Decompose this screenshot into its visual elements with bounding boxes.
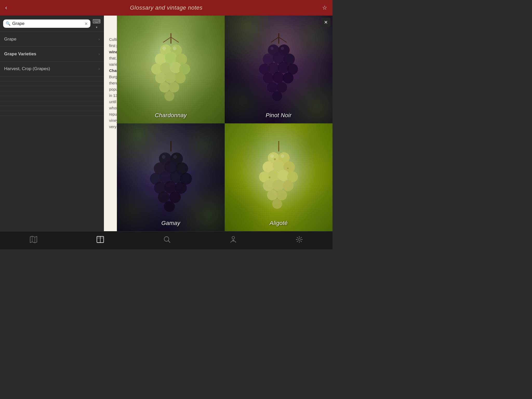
back-button[interactable]: ‹ <box>5 4 7 11</box>
svg-point-12 <box>155 72 166 83</box>
grape-image-aligote <box>225 123 332 231</box>
search-bar: 🔍 ✕ ⌨ ▾ <box>0 16 104 32</box>
grape-image-chardonnay <box>117 16 225 123</box>
chevron-right-icon: › <box>98 66 100 71</box>
svg-point-36 <box>277 82 287 92</box>
page-title: Glossary and vintage notes <box>130 4 203 11</box>
chevron-down-icon: ▾ <box>96 25 97 29</box>
grape-cell-chardonnay[interactable]: Chardonnay <box>117 16 225 123</box>
search-icon: 🔍 <box>6 21 11 26</box>
divider <box>0 106 104 106</box>
svg-line-2 <box>171 37 179 42</box>
search-clear-button[interactable]: ✕ <box>84 21 88 26</box>
divider <box>0 116 104 116</box>
grape-image-panel: ✕ <box>117 16 332 231</box>
app-header: ‹ Glossary and vintage notes ☆ <box>0 0 332 16</box>
divider <box>0 111 104 111</box>
divider <box>0 91 104 91</box>
grape-image-gamay <box>117 123 225 231</box>
svg-point-37 <box>272 91 282 101</box>
grape-label-chardonnay: Chardonnay <box>117 112 225 119</box>
svg-point-33 <box>272 72 284 83</box>
svg-point-19 <box>173 46 176 50</box>
svg-point-57 <box>173 155 177 159</box>
nav-search[interactable] <box>158 234 176 247</box>
svg-point-83 <box>164 237 169 241</box>
search-result-grape[interactable]: Grape › <box>0 32 104 47</box>
svg-point-76 <box>269 176 270 178</box>
search-result-label: Grape Varieties <box>4 51 36 57</box>
svg-point-55 <box>164 201 175 212</box>
search-result-label: Harvest, Crop (Grapes) <box>4 66 50 71</box>
svg-point-69 <box>272 179 284 191</box>
svg-point-17 <box>164 91 174 101</box>
svg-point-85 <box>232 236 235 239</box>
svg-point-16 <box>169 82 179 92</box>
nav-book[interactable] <box>91 234 109 247</box>
sidebar: 🔍 ✕ ⌨ ▾ Grape › Grape Varieties › Harves… <box>0 16 104 231</box>
search-result-label: Grape <box>4 37 16 42</box>
svg-line-21 <box>271 37 279 42</box>
search-result-grape-varieties[interactable]: Grape Varieties › <box>0 47 104 62</box>
footer-navigation <box>0 231 332 249</box>
main-container: 🔍 ✕ ⌨ ▾ Grape › Grape Varieties › Harves… <box>0 16 332 231</box>
keyboard-icon: ⌨ <box>92 18 101 25</box>
svg-line-1 <box>163 37 171 42</box>
svg-point-70 <box>283 180 294 191</box>
grape-label-gamay: Gamay <box>117 220 225 227</box>
nav-person[interactable] <box>225 234 242 247</box>
grape-label-aligote: Aligoté <box>225 220 332 227</box>
nav-settings[interactable] <box>290 234 308 247</box>
svg-point-32 <box>263 72 274 83</box>
nav-map[interactable] <box>24 234 43 247</box>
svg-point-75 <box>287 168 289 169</box>
divider <box>0 81 104 81</box>
svg-line-22 <box>279 37 287 42</box>
chevron-right-icon: › <box>98 37 100 42</box>
search-input-wrapper[interactable]: 🔍 ✕ <box>3 19 90 28</box>
search-result-harvest[interactable]: Harvest, Crop (Grapes) › <box>0 62 104 76</box>
svg-point-54 <box>169 191 181 203</box>
svg-point-72 <box>277 190 287 200</box>
svg-point-53 <box>158 191 169 203</box>
grape-label-pinot-noir: Pinot Noir <box>225 112 332 119</box>
settings-icon <box>296 236 303 245</box>
svg-point-71 <box>267 190 277 200</box>
svg-point-88 <box>298 238 300 241</box>
content-area: Cultivated for thousands of years, grape… <box>104 16 332 231</box>
book-icon <box>96 236 104 245</box>
search-input[interactable] <box>12 21 83 26</box>
svg-point-68 <box>263 180 274 191</box>
svg-line-84 <box>168 241 170 243</box>
search-results-list: Grape › Grape Varieties › Harvest, Crop … <box>0 32 104 231</box>
grape-image-pinot-noir <box>225 16 332 123</box>
svg-point-39 <box>281 47 284 50</box>
svg-point-77 <box>270 154 274 158</box>
grape-cell-pinot-noir[interactable]: Pinot Noir <box>225 16 332 123</box>
svg-point-35 <box>267 82 277 92</box>
search-nav-icon <box>163 236 171 245</box>
svg-point-34 <box>283 72 294 83</box>
svg-point-56 <box>162 155 165 159</box>
svg-point-73 <box>272 199 282 209</box>
svg-point-13 <box>165 72 176 83</box>
divider <box>0 96 104 96</box>
svg-point-15 <box>159 82 170 92</box>
svg-point-74 <box>274 158 276 160</box>
close-panel-button[interactable]: ✕ <box>321 18 330 27</box>
chevron-right-icon: › <box>98 52 100 56</box>
person-icon <box>230 236 237 245</box>
svg-point-18 <box>162 46 166 50</box>
map-icon <box>30 236 37 245</box>
divider <box>0 86 104 86</box>
grape-cell-gamay[interactable]: Gamay <box>117 123 225 231</box>
grape-cell-aligote[interactable]: Aligoté <box>225 123 332 231</box>
svg-point-78 <box>281 154 284 158</box>
keyboard-button[interactable]: ⌨ ▾ <box>92 18 101 29</box>
svg-point-14 <box>175 72 186 83</box>
divider <box>0 101 104 101</box>
svg-point-38 <box>270 47 274 50</box>
favorite-button[interactable]: ☆ <box>322 4 327 11</box>
